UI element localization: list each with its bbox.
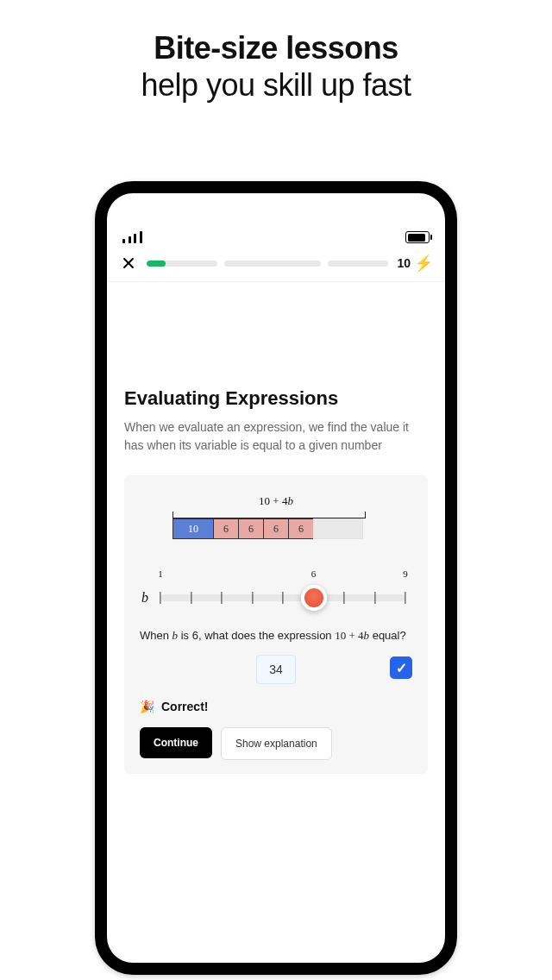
feedback: 🎉 Correct! — [140, 700, 412, 713]
progress-segment-3 — [328, 261, 388, 267]
streak-counter: 10 ⚡ — [397, 255, 433, 271]
streak-count: 10 — [397, 256, 411, 270]
headline-regular: help you skill up fast — [0, 66, 552, 104]
headline-bold: Bite-size lessons — [0, 29, 552, 66]
status-bar — [107, 193, 445, 248]
block-empty — [313, 518, 363, 539]
exercise-card: 10 + 4b 10 6 6 6 6 — [124, 475, 428, 774]
progress-segment-1 — [147, 261, 217, 267]
slider-scale-labels: 1 6 9 — [160, 569, 405, 582]
slider-variable-label: b — [141, 590, 148, 606]
question-text: When b is 6, what does the expression 10… — [140, 629, 412, 643]
block-10: 10 — [172, 518, 214, 539]
slider-ticks — [160, 589, 405, 606]
slider-thumb[interactable] — [301, 585, 327, 611]
app-bar: 10 ⚡ — [107, 248, 445, 281]
block-b-2: 6 — [238, 518, 264, 539]
answer-input[interactable]: 34 — [256, 655, 296, 684]
signal-icon — [122, 231, 143, 243]
slider-label-start: 1 — [158, 569, 163, 579]
phone-screen: 10 ⚡ Evaluating Expressions When we eval… — [107, 193, 445, 963]
slider-label-end: 9 — [403, 569, 408, 579]
show-explanation-button[interactable]: Show explanation — [221, 727, 332, 760]
slider-label-mid: 6 — [311, 569, 317, 579]
block-diagram: 10 6 6 6 6 — [172, 518, 412, 539]
continue-button[interactable]: Continue — [140, 727, 212, 758]
party-icon: 🎉 — [140, 700, 154, 713]
action-buttons: Continue Show explanation — [140, 727, 412, 760]
lesson-progress — [147, 261, 388, 267]
lesson-content: Evaluating Expressions When we evaluate … — [107, 282, 445, 963]
bolt-icon: ⚡ — [414, 255, 433, 271]
lesson-title: Evaluating Expressions — [124, 387, 428, 410]
check-icon[interactable]: ✓ — [390, 656, 412, 679]
progress-fill — [147, 261, 166, 267]
feedback-text: Correct! — [161, 700, 208, 713]
close-icon[interactable] — [119, 254, 138, 273]
slider[interactable]: b 1 6 9 — [140, 569, 412, 615]
block-b-3: 6 — [263, 518, 289, 539]
promo-headline: Bite-size lessons help you skill up fast — [0, 29, 552, 104]
battery-icon — [405, 231, 430, 243]
progress-segment-2 — [224, 261, 321, 267]
lesson-description: When we evaluate an expression, we find … — [124, 418, 428, 455]
block-b-4: 6 — [288, 518, 314, 539]
diagram-top-label: 10 + 4b — [140, 494, 412, 508]
bracket — [172, 512, 366, 518]
block-b-1: 6 — [213, 518, 239, 539]
phone-frame: 10 ⚡ Evaluating Expressions When we eval… — [95, 181, 457, 975]
answer-row: 34 ✓ — [140, 655, 412, 684]
